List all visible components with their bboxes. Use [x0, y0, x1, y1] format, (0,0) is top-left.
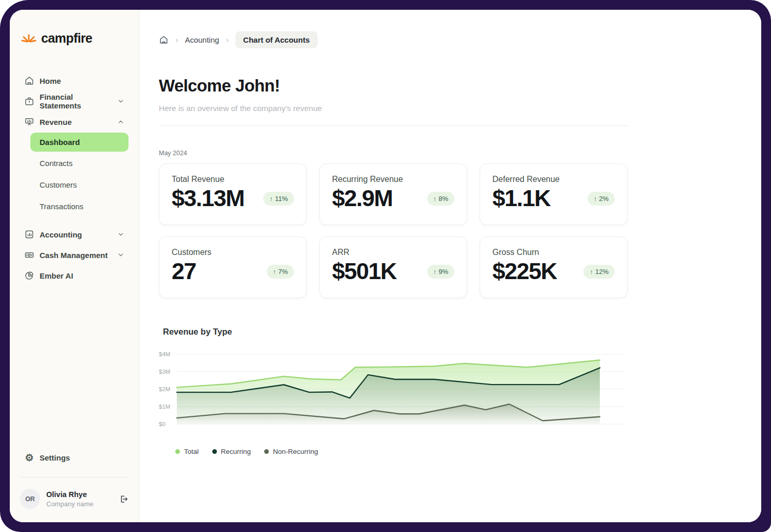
- delta-badge: ↑11%: [263, 192, 294, 206]
- legend-entry-non-recurring: Non-Recurring: [264, 448, 318, 455]
- sidebar-item-label: Customers: [40, 180, 77, 189]
- stat-value: 27: [172, 258, 196, 285]
- user-profile: OR Olivia Rhye Company name: [20, 489, 128, 509]
- svg-text:$2M: $2M: [159, 386, 170, 392]
- pie-chart-icon: [24, 270, 34, 281]
- sidebar-item-label: Revenue: [40, 118, 72, 126]
- logout-button[interactable]: [118, 494, 128, 504]
- app-frame: campfire Home: [0, 0, 771, 532]
- stat-label: Deferred Revenue: [492, 175, 615, 184]
- chart-legend: Total Recurring Non-Recurring: [159, 448, 628, 455]
- stat-label: Gross Churn: [492, 248, 615, 257]
- page-subtitle: Here is an overview of the company's rev…: [159, 104, 628, 113]
- sidebar-item-cash-management[interactable]: Cash Management: [20, 245, 128, 265]
- revenue-chart-section: Revenue by Type $4M$3M$2M$1M$0 Total Rec…: [159, 327, 628, 455]
- chevron-down-icon: [117, 251, 124, 259]
- svg-text:$1M: $1M: [159, 403, 170, 410]
- sidebar-item-label: Settings: [40, 453, 70, 462]
- sidebar-item-ember-ai[interactable]: Ember AI: [20, 265, 128, 286]
- stat-card-deferred-revenue: Deferred Revenue $1.1K ↑2%: [480, 163, 628, 225]
- stat-label: Customers: [172, 248, 294, 257]
- breadcrumb-separator-icon: ›: [226, 35, 229, 45]
- stat-value: $225K: [492, 258, 557, 285]
- logo: campfire: [20, 30, 128, 46]
- sidebar-divider: [20, 477, 128, 478]
- sidebar-item-label: Dashboard: [40, 138, 80, 146]
- arrow-up-icon: ↑: [433, 195, 437, 203]
- chevron-down-icon: [117, 231, 124, 238]
- sidebar-item-customers[interactable]: Customers: [20, 174, 128, 195]
- chart-title: Revenue by Type: [159, 327, 628, 337]
- delta-badge: ↑7%: [267, 265, 294, 279]
- svg-text:$3M: $3M: [159, 369, 170, 375]
- sidebar-item-label: Contracts: [40, 159, 72, 168]
- stat-label: Recurring Revenue: [332, 175, 454, 184]
- stats-grid: Total Revenue $3.13M ↑11% Recurring Reve…: [159, 163, 628, 298]
- sidebar-item-label: Financial Statements: [40, 93, 112, 110]
- stat-card-total-revenue: Total Revenue $3.13M ↑11%: [159, 163, 307, 225]
- user-name: Olivia Rhye: [46, 490, 94, 499]
- sidebar-item-contracts[interactable]: Contracts: [20, 153, 128, 173]
- page-title: Welcome John!: [159, 76, 628, 96]
- gear-icon: ⚙: [24, 453, 34, 463]
- logo-text: campfire: [41, 31, 92, 46]
- revenue-area-chart: $4M$3M$2M$1M$0: [159, 347, 628, 434]
- stat-card-recurring-revenue: Recurring Revenue $2.9M ↑8%: [319, 163, 467, 225]
- period-label: May 2024: [159, 150, 628, 157]
- sidebar-item-settings[interactable]: ⚙ Settings: [20, 447, 128, 468]
- breadcrumb-accounting[interactable]: Acounting: [185, 35, 219, 44]
- arrow-up-icon: ↑: [590, 268, 593, 276]
- home-icon: [24, 76, 34, 86]
- legend-entry-total: Total: [175, 448, 199, 455]
- chevron-down-icon: [117, 98, 124, 105]
- stat-value: $1.1K: [492, 185, 550, 212]
- arrow-up-icon: ↑: [433, 268, 437, 276]
- arrow-up-icon: ↑: [269, 195, 273, 203]
- legend-dot-icon: [175, 449, 180, 454]
- breadcrumb-home-icon[interactable]: [159, 35, 169, 45]
- sidebar-item-financial-statements[interactable]: Financial Statements: [20, 91, 128, 112]
- delta-badge: ↑2%: [588, 192, 615, 206]
- app-window: campfire Home: [10, 10, 761, 522]
- stat-label: Total Revenue: [172, 175, 294, 184]
- user-company: Company name: [46, 500, 94, 508]
- bar-chart-icon: [24, 229, 34, 240]
- stat-card-gross-churn: Gross Churn $225K ↑12%: [480, 236, 628, 298]
- briefcase-icon: [24, 96, 34, 106]
- stat-label: ARR: [332, 248, 454, 257]
- sidebar-nav: Home Financial Statements: [20, 70, 128, 286]
- banknote-icon: [24, 250, 34, 260]
- stat-card-customers: Customers 27 ↑7%: [159, 236, 307, 298]
- delta-badge: ↑8%: [427, 192, 454, 206]
- breadcrumb-chart-of-accounts[interactable]: Chart of Accounts: [235, 31, 317, 48]
- svg-text:$4M: $4M: [159, 351, 170, 357]
- sidebar-item-label: Home: [40, 77, 61, 85]
- divider: [159, 125, 628, 126]
- stat-value: $501K: [332, 258, 396, 285]
- legend-entry-recurring: Recurring: [212, 448, 251, 455]
- stat-value: $2.9M: [332, 185, 393, 212]
- chevron-up-icon: [117, 118, 124, 125]
- sidebar-item-dashboard[interactable]: Dashboard: [30, 133, 128, 152]
- sidebar-item-label: Transactions: [40, 202, 83, 211]
- sidebar-item-label: Cash Management: [40, 251, 108, 260]
- avatar: OR: [20, 489, 40, 509]
- legend-dot-icon: [212, 449, 217, 454]
- presentation-chart-icon: [24, 117, 34, 127]
- campfire-spark-icon: [21, 30, 36, 46]
- sidebar: campfire Home: [10, 10, 139, 522]
- delta-badge: ↑12%: [583, 265, 615, 279]
- breadcrumb: › Acounting › Chart of Accounts: [159, 31, 628, 48]
- stat-value: $3.13M: [172, 185, 244, 212]
- svg-text:$0: $0: [159, 421, 166, 427]
- sidebar-item-accounting[interactable]: Accounting: [20, 224, 128, 245]
- main-content: › Acounting › Chart of Accounts Welcome …: [139, 10, 761, 522]
- sidebar-item-transactions[interactable]: Transactions: [20, 196, 128, 216]
- arrow-up-icon: ↑: [273, 268, 277, 276]
- stat-card-arr: ARR $501K ↑9%: [319, 236, 467, 298]
- sidebar-item-home[interactable]: Home: [20, 70, 128, 91]
- sidebar-item-revenue[interactable]: Revenue: [20, 112, 128, 132]
- arrow-up-icon: ↑: [594, 195, 597, 203]
- delta-badge: ↑9%: [427, 265, 454, 279]
- breadcrumb-separator-icon: ›: [175, 35, 178, 45]
